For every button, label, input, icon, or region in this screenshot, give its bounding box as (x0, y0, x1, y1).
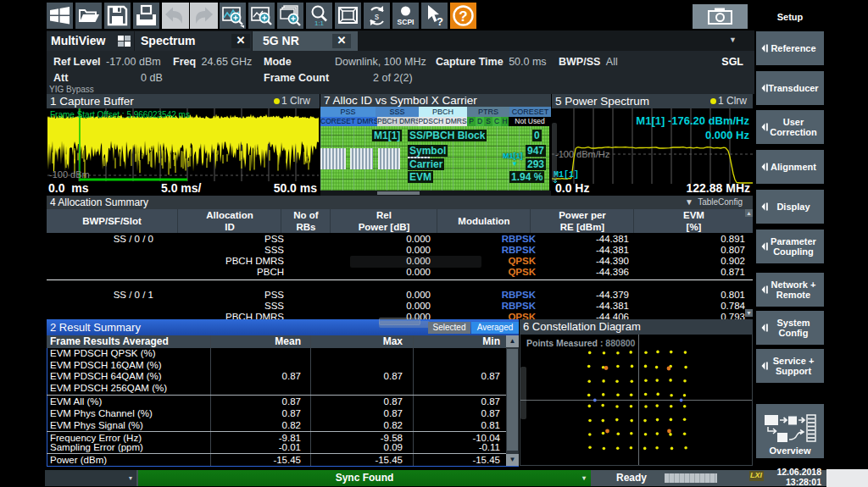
svg-text:-100 dBm/Hz: -100 dBm/Hz (555, 149, 609, 159)
svg-text:Frame Start Offset : 5.9660235: Frame Start Offset : 5.966023542 ms (50, 110, 190, 119)
svg-text:?: ? (437, 15, 443, 28)
svg-text:M1[1]: M1[1] (554, 170, 579, 180)
svg-text:SCPI: SCPI (398, 18, 415, 26)
svg-text:-100 dBm: -100 dBm (49, 169, 90, 180)
svg-text:s: s (375, 12, 379, 21)
svg-text:?: ? (459, 8, 467, 25)
svg-text:1:1: 1:1 (314, 19, 325, 27)
